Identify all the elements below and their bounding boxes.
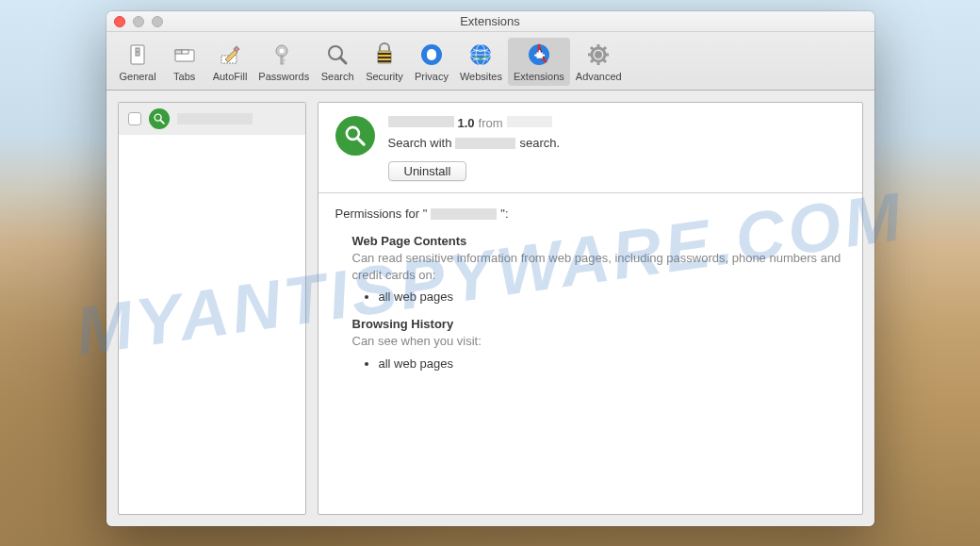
permission-group: Browsing History Can see when you visit:… <box>352 317 845 370</box>
tab-label: Search <box>321 71 354 82</box>
tab-label: Security <box>366 71 403 82</box>
svg-point-2 <box>137 51 139 53</box>
tab-label: AutoFill <box>213 71 248 82</box>
permission-item: all web pages <box>379 356 845 371</box>
tab-advanced[interactable]: Advanced <box>570 38 628 86</box>
permission-description: Can read sensitive information from web … <box>352 250 845 284</box>
svg-rect-12 <box>283 62 285 64</box>
tab-autofill[interactable]: AutoFill <box>207 38 253 86</box>
content-area: 1.0 from Search with search. Uninstall P… <box>106 91 874 526</box>
tab-label: Websites <box>460 71 502 82</box>
extension-name-redacted <box>388 116 454 127</box>
extension-version: 1.0 <box>458 116 475 130</box>
tab-privacy[interactable]: Privacy <box>409 38 454 86</box>
extension-author-redacted <box>507 116 552 127</box>
tabs-icon <box>170 40 200 70</box>
tab-label: Privacy <box>415 71 449 82</box>
detail-description: Search with search. <box>388 136 845 150</box>
detail-title-row: 1.0 from <box>388 116 845 130</box>
passwords-icon <box>269 40 299 70</box>
tab-extensions[interactable]: Extensions <box>508 38 570 86</box>
svg-rect-4 <box>175 50 182 54</box>
tab-security[interactable]: Security <box>360 38 409 86</box>
permission-group: Web Page Contents Can read sensitive inf… <box>352 234 845 304</box>
tab-websites[interactable]: Websites <box>454 38 508 86</box>
tab-general[interactable]: General <box>114 38 162 86</box>
svg-rect-20 <box>427 49 436 60</box>
svg-line-14 <box>340 58 346 63</box>
uninstall-button[interactable]: Uninstall <box>388 161 467 181</box>
tab-label: General <box>120 71 156 82</box>
detail-header: 1.0 from Search with search. Uninstall <box>318 103 862 193</box>
tab-tabs[interactable]: Tabs <box>162 38 207 86</box>
extension-detail-panel: 1.0 from Search with search. Uninstall P… <box>318 102 863 515</box>
permissions-heading-suffix: ": <box>500 207 508 221</box>
extension-name-redacted <box>177 113 253 124</box>
titlebar: Extensions <box>106 11 874 32</box>
websites-icon <box>466 40 496 70</box>
tab-search[interactable]: Search <box>315 38 360 86</box>
privacy-icon <box>416 40 447 70</box>
permission-title: Browsing History <box>352 317 845 331</box>
extension-list-item[interactable] <box>119 103 305 135</box>
tab-label: Tabs <box>173 71 195 82</box>
svg-line-37 <box>160 120 164 123</box>
svg-line-39 <box>357 139 364 145</box>
svg-point-9 <box>280 49 285 54</box>
preferences-window: Extensions General Tabs AutoFill Passwor… <box>106 11 874 526</box>
permissions-section: Permissions for " ": Web Page Contents C… <box>318 193 862 397</box>
permission-list: all web pages <box>379 290 845 304</box>
svg-point-26 <box>595 51 602 58</box>
tab-passwords[interactable]: Passwords <box>253 38 315 86</box>
general-icon <box>122 40 153 70</box>
permissions-heading: Permissions for " ": <box>335 207 845 221</box>
security-icon <box>369 40 400 70</box>
permissions-name-redacted <box>431 208 497 220</box>
detail-info: 1.0 from Search with search. Uninstall <box>388 116 845 181</box>
autofill-icon <box>215 40 245 70</box>
permissions-heading-prefix: Permissions for " <box>335 207 428 221</box>
permission-title: Web Page Contents <box>352 234 845 248</box>
svg-rect-5 <box>182 50 188 54</box>
advanced-icon <box>583 40 613 70</box>
svg-rect-10 <box>281 56 283 64</box>
extension-enable-checkbox[interactable] <box>128 112 141 125</box>
desc-suffix: search. <box>519 136 560 150</box>
tab-label: Advanced <box>576 71 622 82</box>
permission-list: all web pages <box>379 356 845 371</box>
desc-name-redacted <box>455 138 515 149</box>
svg-rect-11 <box>283 59 286 61</box>
extensions-list <box>118 102 306 515</box>
tab-label: Passwords <box>258 71 309 82</box>
from-label: from <box>479 116 503 130</box>
search-icon <box>322 40 352 70</box>
desc-prefix: Search with <box>388 136 452 150</box>
extension-icon <box>149 108 170 129</box>
preferences-toolbar: General Tabs AutoFill Passwords Search <box>106 32 874 91</box>
extensions-icon <box>524 40 554 70</box>
tab-label: Extensions <box>514 71 564 82</box>
extension-icon-large <box>335 116 375 156</box>
window-title: Extensions <box>106 14 874 28</box>
permission-description: Can see when you visit: <box>352 333 845 350</box>
permission-item: all web pages <box>379 290 845 304</box>
